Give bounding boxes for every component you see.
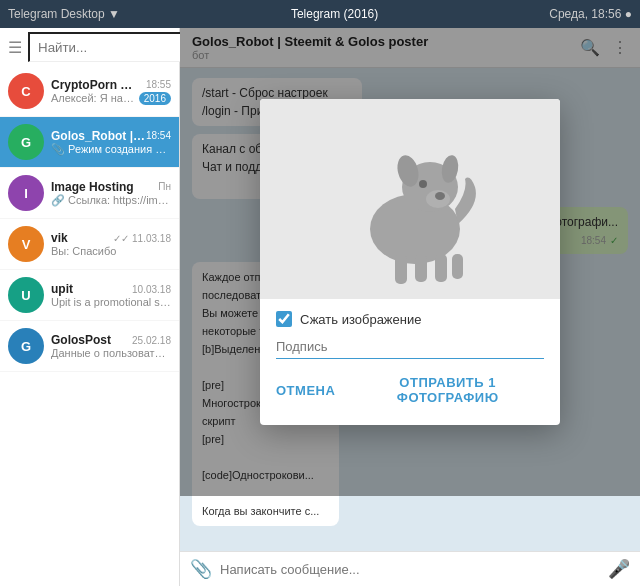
cancel-button[interactable]: ОТМЕНА <box>276 371 335 409</box>
chat-time: ✓✓ 11.03.18 <box>113 233 171 244</box>
svg-rect-10 <box>435 254 447 282</box>
modal-actions: ОТМЕНА ОТПРАВИТЬ 1 ФОТОГРАФИЮ <box>276 371 544 409</box>
time-display: Среда, 18:56 ● <box>549 7 632 21</box>
chat-time: 18:55 <box>146 79 171 90</box>
titlebar-center: Telegram (2016) <box>291 7 378 21</box>
modal-image <box>260 99 560 299</box>
attach-icon[interactable]: 📎 <box>190 558 212 580</box>
svg-point-6 <box>435 192 445 200</box>
chat-item[interactable]: G Golos_Robot | Steem... 18:54 📎 Режим с… <box>0 117 179 168</box>
photo-upload-modal: Сжать изображение ОТМЕНА ОТПРАВИТЬ 1 ФОТ… <box>260 99 560 425</box>
send-photo-button[interactable]: ОТПРАВИТЬ 1 ФОТОГРАФИЮ <box>351 371 544 409</box>
compose-input[interactable] <box>220 562 600 577</box>
dog-photo <box>260 99 560 299</box>
chat-info: Golos_Robot | Steem... 18:54 📎 Режим соз… <box>51 129 171 156</box>
modal-overlay: Сжать изображение ОТМЕНА ОТПРАВИТЬ 1 ФОТ… <box>180 28 640 496</box>
avatar: G <box>8 124 44 160</box>
avatar: U <box>8 277 44 313</box>
chat-time: 18:54 <box>146 130 171 141</box>
chat-preview: Вы: Спасибо <box>51 245 116 257</box>
modal-body: Сжать изображение ОТМЕНА ОТПРАВИТЬ 1 ФОТ… <box>260 299 560 425</box>
chat-time: 10.03.18 <box>132 284 171 295</box>
avatar: G <box>8 328 44 364</box>
chat-name-row: GolosPost 25.02.18 <box>51 333 171 347</box>
sidebar: ☰ C CryptoPorn 🐦 Д... 18:55 Алексей: Я н… <box>0 28 180 586</box>
chat-item[interactable]: V vik ✓✓ 11.03.18 Вы: Спасибо <box>0 219 179 270</box>
chat-time: 25.02.18 <box>132 335 171 346</box>
chat-preview: 📎 Режим создания поста... <box>51 143 171 156</box>
compress-row: Сжать изображение <box>276 311 544 327</box>
chat-info: upit 10.03.18 Upit is a promotional serv… <box>51 282 171 308</box>
compress-checkbox[interactable] <box>276 311 292 327</box>
chat-info: Image Hosting Пн 🔗 Ссылка: https://img.t… <box>51 180 171 207</box>
badge: 2016 <box>139 92 171 105</box>
app-title: Telegram (2016) <box>291 7 378 21</box>
chat-preview: 🔗 Ссылка: https://img.tgla... <box>51 194 171 207</box>
chat-item[interactable]: U upit 10.03.18 Upit is a promotional se… <box>0 270 179 321</box>
chat-name-row: Golos_Robot | Steem... 18:54 <box>51 129 171 143</box>
chat-info: CryptoPorn 🐦 Д... 18:55 Алексей: Я напис… <box>51 78 171 105</box>
app-layout: ☰ C CryptoPorn 🐦 Д... 18:55 Алексей: Я н… <box>0 28 640 586</box>
avatar: V <box>8 226 44 262</box>
chat-info: vik ✓✓ 11.03.18 Вы: Спасибо <box>51 231 171 257</box>
chat-preview: Алексей: Я написал- <box>51 92 139 104</box>
svg-point-7 <box>419 180 427 188</box>
svg-rect-11 <box>452 254 463 279</box>
chat-name-row: CryptoPorn 🐦 Д... 18:55 <box>51 78 171 92</box>
chat-name-row: vik ✓✓ 11.03.18 <box>51 231 171 245</box>
mic-icon[interactable]: 🎤 <box>608 558 630 580</box>
hamburger-icon[interactable]: ☰ <box>8 38 22 57</box>
caption-input[interactable] <box>276 337 544 359</box>
avatar: C <box>8 73 44 109</box>
chat-name: Golos_Robot | Steem... <box>51 129 146 143</box>
avatar: I <box>8 175 44 211</box>
chat-panel: Golos_Robot | Steemit & Golos poster бот… <box>180 28 640 586</box>
chat-name-row: Image Hosting Пн <box>51 180 171 194</box>
svg-rect-8 <box>395 254 407 284</box>
compress-label[interactable]: Сжать изображение <box>300 312 421 327</box>
chat-preview: Upit is a promotional servic... <box>51 296 171 308</box>
chat-list: C CryptoPorn 🐦 Д... 18:55 Алексей: Я нап… <box>0 66 179 586</box>
chat-preview: Данные о пользователе go... <box>51 347 171 359</box>
chat-item[interactable]: I Image Hosting Пн 🔗 Ссылка: https://img… <box>0 168 179 219</box>
chat-name: vik <box>51 231 68 245</box>
chat-name: GolosPost <box>51 333 111 347</box>
compose-area: 📎 🎤 <box>180 551 640 586</box>
app-name[interactable]: Telegram Desktop ▼ <box>8 7 120 21</box>
chat-name: CryptoPorn 🐦 Д... <box>51 78 146 92</box>
chat-item[interactable]: G GolosPost 25.02.18 Данные о пользовате… <box>0 321 179 372</box>
sidebar-top: ☰ <box>0 28 179 66</box>
svg-rect-9 <box>415 254 427 282</box>
chat-item[interactable]: C CryptoPorn 🐦 Д... 18:55 Алексей: Я нап… <box>0 66 179 117</box>
chat-info: GolosPost 25.02.18 Данные о пользователе… <box>51 333 171 359</box>
titlebar-left: Telegram Desktop ▼ <box>8 7 120 21</box>
chat-name: Image Hosting <box>51 180 134 194</box>
chat-time: Пн <box>158 181 171 192</box>
titlebar-right: Среда, 18:56 ● <box>549 7 632 21</box>
chat-name-row: upit 10.03.18 <box>51 282 171 296</box>
chat-name: upit <box>51 282 73 296</box>
titlebar: Telegram Desktop ▼ Telegram (2016) Среда… <box>0 0 640 28</box>
